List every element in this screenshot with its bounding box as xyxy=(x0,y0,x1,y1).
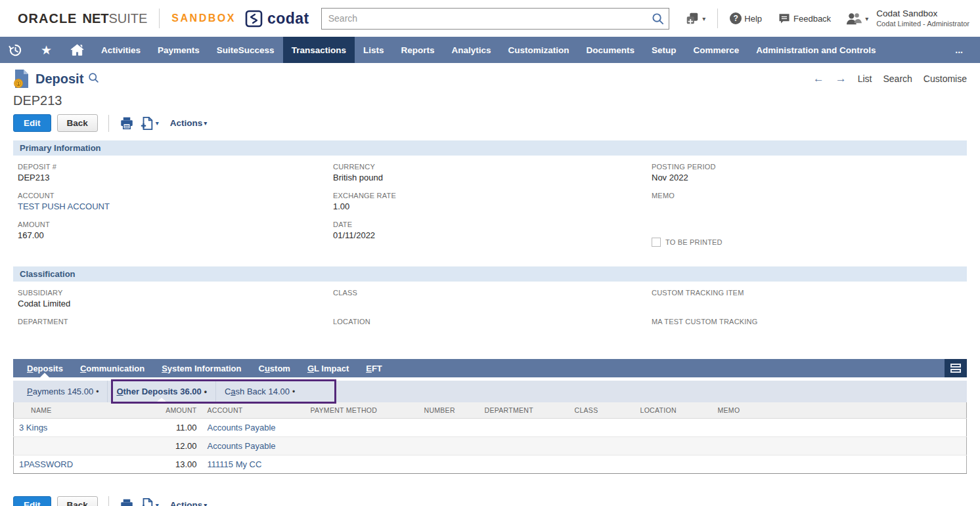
memo-value xyxy=(652,201,967,212)
field-class: CLASS xyxy=(333,289,652,317)
shortcuts-button[interactable]: ★ xyxy=(31,37,62,63)
home-button[interactable] xyxy=(62,37,93,63)
printer-icon xyxy=(120,116,134,130)
nav-item-reports[interactable]: Reports xyxy=(392,37,443,63)
nav-item-payments[interactable]: Payments xyxy=(149,37,208,63)
add-related-record-button-bottom[interactable]: ▾ xyxy=(140,497,159,506)
row-name-link[interactable]: 1PASSWORD xyxy=(19,459,73,469)
actions-menu-button[interactable]: Actions ▾ xyxy=(170,118,208,128)
add-record-icon xyxy=(140,497,154,506)
role-switcher[interactable]: ▾ xyxy=(845,11,868,26)
field-deposit-number: DEPOSIT # DEP213 xyxy=(18,163,333,191)
field-amount: AMOUNT 167.00 xyxy=(18,221,333,249)
main-navigation: ★ Activities Payments SuiteSuccess Trans… xyxy=(0,37,980,63)
print-button-bottom[interactable] xyxy=(120,498,134,506)
svg-text:1: 1 xyxy=(17,81,20,86)
nav-item-setup[interactable]: Setup xyxy=(643,37,685,63)
subtab-cash-back[interactable]: Cash Back 14.00• xyxy=(215,381,303,402)
primary-information-header: Primary Information xyxy=(13,140,967,156)
next-record-arrow-icon[interactable]: → xyxy=(835,72,847,85)
nav-item-lists[interactable]: Lists xyxy=(355,37,393,63)
bullet-icon: • xyxy=(292,387,295,396)
row-department xyxy=(479,455,569,473)
field-memo: MEMO xyxy=(652,192,967,220)
nav-item-transactions[interactable]: Transactions xyxy=(283,37,355,63)
tab-eft[interactable]: EFT xyxy=(357,359,391,377)
actions-menu-button-bottom[interactable]: Actions ▾ xyxy=(170,500,208,506)
field-exchange-rate: EXCHANGE RATE 1.00 xyxy=(333,192,652,220)
feedback-button[interactable]: Feedback xyxy=(778,12,831,25)
currency-value: British pound xyxy=(333,173,652,183)
table-header-row: NAME AMOUNT ACCOUNT PAYMENT METHOD NUMBE… xyxy=(14,402,967,418)
nav-item-commerce[interactable]: Commerce xyxy=(685,37,748,63)
row-account-link[interactable]: 111115 My CC xyxy=(208,459,262,469)
tab-deposits[interactable]: Deposits xyxy=(18,359,72,377)
create-new-icon xyxy=(685,11,700,26)
field-to-be-printed: TO BE PRINTED xyxy=(652,228,967,256)
other-deposits-table: NAME AMOUNT ACCOUNT PAYMENT METHOD NUMBE… xyxy=(13,402,967,474)
field-ma-test-custom-tracking: MA TEST CUSTOM TRACKING xyxy=(652,318,967,346)
global-search-input[interactable] xyxy=(321,8,669,30)
tab-gl-impact[interactable]: GL Impact xyxy=(299,359,357,377)
nav-item-suitesuccess[interactable]: SuiteSuccess xyxy=(208,37,283,63)
bullet-icon: • xyxy=(204,387,207,396)
subtab-other-deposits[interactable]: Other Deposits 36.00• xyxy=(107,381,215,402)
create-new-menu[interactable]: ▾ xyxy=(685,11,705,26)
back-button[interactable]: Back xyxy=(57,114,98,132)
tab-custom[interactable]: Custom xyxy=(250,359,299,377)
nav-item-activities[interactable]: Activities xyxy=(93,37,149,63)
tab-communication[interactable]: Communication xyxy=(72,359,153,377)
recent-records-icon xyxy=(8,43,23,58)
column-header-name: NAME xyxy=(14,402,145,418)
nav-item-administration-and-controls[interactable]: Administration and Controls xyxy=(747,37,884,63)
edit-button[interactable]: Edit xyxy=(13,114,51,132)
customise-link[interactable]: Customise xyxy=(924,74,967,84)
subtab-payments[interactable]: Payments 145.00• xyxy=(18,381,107,402)
nav-item-documents[interactable]: Documents xyxy=(577,37,643,63)
row-payment-method xyxy=(305,455,419,473)
help-label: Help xyxy=(744,14,762,24)
column-header-location: LOCATION xyxy=(635,402,713,418)
global-search-icon[interactable] xyxy=(652,12,664,28)
collapse-tabs-toggle-icon[interactable] xyxy=(945,359,967,377)
add-related-record-button[interactable]: ▾ xyxy=(140,116,159,131)
row-account-link[interactable]: Accounts Payable xyxy=(208,423,276,432)
feedback-icon xyxy=(778,12,791,25)
search-link[interactable]: Search xyxy=(883,74,912,84)
classification-header: Classification xyxy=(13,266,967,282)
edit-button-bottom[interactable]: Edit xyxy=(13,496,51,506)
nav-item-customization[interactable]: Customization xyxy=(499,37,577,63)
column-header-memo: MEMO xyxy=(713,402,967,418)
record-toolbar-top: Edit Back ▾ Actions ▾ xyxy=(13,114,967,132)
roles-icon xyxy=(845,11,862,26)
sandbox-label: SANDBOX xyxy=(171,12,236,24)
deposit-subtabs: Payments 145.00• Other Deposits 36.00• C… xyxy=(13,381,967,402)
account-link[interactable]: TEST PUSH ACCOUNT xyxy=(18,201,333,212)
title-search-icon[interactable] xyxy=(88,72,99,86)
primary-information-fields: DEPOSIT # DEP213 ACCOUNT TEST PUSH ACCOU… xyxy=(13,156,967,258)
back-button-bottom[interactable]: Back xyxy=(57,496,98,506)
list-link[interactable]: List xyxy=(858,74,872,84)
nav-item-analytics[interactable]: Analytics xyxy=(443,37,499,63)
home-icon xyxy=(70,43,85,58)
tab-system-information[interactable]: System Information xyxy=(153,359,250,377)
table-row: 3 Kings 11.00 Accounts Payable xyxy=(14,418,967,436)
to-be-printed-checkbox[interactable] xyxy=(652,238,661,247)
previous-record-arrow-icon[interactable]: ← xyxy=(813,72,824,85)
print-button[interactable] xyxy=(120,116,134,130)
row-memo xyxy=(713,418,967,436)
record-id: DEP213 xyxy=(13,93,967,108)
field-custom-tracking-item: CUSTOM TRACKING ITEM xyxy=(652,289,967,317)
nav-overflow-button[interactable]: ... xyxy=(938,37,980,63)
recent-records-button[interactable] xyxy=(0,37,31,63)
codat-logo-icon xyxy=(245,10,263,28)
deposit-record-icon: 1 xyxy=(13,69,30,89)
row-location xyxy=(635,418,713,436)
help-button[interactable]: ? Help xyxy=(730,12,762,24)
row-amount: 11.00 xyxy=(145,418,202,436)
row-class xyxy=(569,455,635,473)
row-name-link[interactable]: 3 Kings xyxy=(19,423,47,432)
divider xyxy=(159,9,160,28)
caret-down-icon: ▾ xyxy=(204,501,207,506)
row-account-link[interactable]: Accounts Payable xyxy=(208,441,276,451)
